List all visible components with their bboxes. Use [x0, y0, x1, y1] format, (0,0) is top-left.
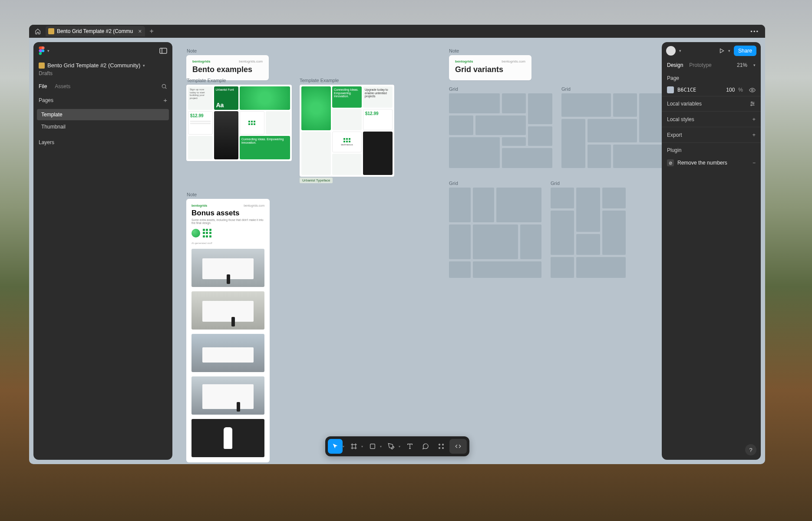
help-button[interactable]: ? — [745, 444, 756, 455]
panel-toggle-icon[interactable] — [159, 48, 167, 54]
text-tool[interactable] — [403, 439, 417, 454]
local-styles-row[interactable]: Local styles + — [662, 111, 761, 127]
page-color-opacity[interactable]: 100 — [726, 87, 735, 93]
search-icon[interactable] — [161, 83, 167, 89]
note-card-grid-variants[interactable]: bentogridsbentogrids.com Grid variants — [449, 55, 531, 80]
mockup-image — [191, 419, 264, 457]
svg-point-0 — [42, 49, 44, 52]
svg-point-20 — [439, 444, 440, 445]
home-button[interactable] — [32, 26, 44, 36]
overflow-menu-button[interactable]: ••• — [750, 28, 759, 35]
home-icon — [35, 28, 41, 34]
frame-label[interactable]: Note — [187, 192, 197, 197]
bento-preview-2[interactable]: Connecting Ideas. Empowering Innovation.… — [300, 85, 394, 177]
frame-label[interactable]: Grid — [551, 181, 560, 186]
settings-sliders-icon[interactable] — [749, 101, 756, 107]
svg-point-12 — [751, 105, 752, 106]
note-brand: bentogrids — [191, 204, 207, 207]
grid-variant-3[interactable] — [449, 188, 541, 278]
user-avatar[interactable] — [666, 46, 676, 56]
local-variables-row[interactable]: Local variables — [662, 96, 761, 111]
chevron-down-icon[interactable]: ▾ — [728, 49, 730, 53]
left-panel: ▾ Bento Grid Template #2 (Community) ▾ D… — [33, 42, 172, 460]
right-panel: ▾ ▾ Share Design Prototype 21% ▾ Page B6… — [662, 42, 761, 460]
plus-icon[interactable]: + — [752, 132, 756, 138]
page-item-thumbnail[interactable]: Thumbnail — [37, 121, 169, 132]
svg-marker-5 — [720, 49, 723, 53]
figma-logo-icon[interactable] — [39, 46, 46, 55]
page-color-row[interactable]: B6C1CE 100 % — [662, 84, 761, 96]
comment-tool[interactable] — [418, 439, 433, 454]
minus-icon[interactable]: − — [753, 160, 756, 166]
tab-file[interactable]: File — [39, 83, 47, 89]
tab-assets[interactable]: Assets — [55, 83, 70, 89]
frame-label[interactable]: Note — [187, 48, 197, 53]
grid-variant-4[interactable] — [551, 188, 626, 278]
note-site: bentogrids.com — [244, 204, 264, 207]
tab-close-button[interactable]: × — [138, 28, 142, 35]
chevron-down-icon[interactable]: ▾ — [753, 63, 756, 67]
file-title-row[interactable]: Bento Grid Template #2 (Community) ▾ — [39, 62, 167, 69]
chevron-down-icon[interactable]: ▾ — [343, 445, 344, 448]
move-tool[interactable] — [328, 439, 343, 454]
frame-label[interactable]: Grid — [561, 86, 571, 92]
document-tab[interactable]: Bento Grid Template #2 (Commu × — [46, 26, 145, 36]
layers-header: Layers — [33, 133, 172, 152]
plugin-row[interactable]: ⊘ Remove the numbers − — [662, 156, 761, 170]
page-item-template[interactable]: Template — [37, 109, 169, 120]
tab-prototype[interactable]: Prototype — [689, 62, 711, 68]
dev-mode-toggle[interactable] — [449, 439, 467, 454]
zoom-value[interactable]: 21% — [737, 62, 747, 68]
percent-label: % — [738, 87, 743, 93]
color-swatch[interactable] — [667, 86, 674, 93]
chevron-down-icon[interactable]: ▾ — [361, 445, 363, 448]
pages-header: Pages + — [33, 92, 172, 108]
frame-label[interactable]: Grid — [449, 181, 458, 186]
plugin-icon: ⊘ — [667, 159, 674, 166]
bonus-subtitle: Some extra assets, including those that … — [191, 218, 264, 224]
canvas[interactable]: Note bentogridsbentogrids.com Bento exam… — [177, 38, 665, 464]
chevron-down-icon[interactable]: ▾ — [679, 49, 681, 53]
chevron-down-icon[interactable]: ▾ — [399, 445, 400, 448]
svg-rect-1 — [160, 48, 167, 53]
tab-label: Bento Grid Template #2 (Commu — [57, 28, 133, 34]
page-color-hex[interactable]: B6C1CE — [677, 87, 723, 93]
chevron-down-icon[interactable]: ▾ — [380, 445, 382, 448]
grid-variant-1[interactable] — [449, 93, 552, 168]
svg-point-21 — [442, 444, 443, 445]
pen-tool[interactable] — [384, 439, 399, 454]
drafts-label[interactable]: Drafts — [39, 70, 167, 76]
frame-label[interactable]: Grid — [449, 86, 458, 92]
file-thumb-icon — [48, 28, 54, 34]
share-button[interactable]: Share — [734, 46, 756, 56]
titlebar: Bento Grid Template #2 (Commu × + ••• — [29, 25, 765, 38]
svg-point-22 — [439, 448, 440, 449]
bento-preview-1[interactable]: Sign up now today to start building your… — [186, 85, 292, 161]
visibility-toggle-icon[interactable] — [749, 87, 756, 93]
new-tab-button[interactable]: + — [149, 27, 153, 35]
svg-point-23 — [442, 448, 443, 449]
frame-label[interactable]: Template Example — [187, 78, 226, 83]
plus-icon[interactable]: + — [752, 116, 756, 122]
add-page-button[interactable]: + — [163, 96, 167, 104]
export-row[interactable]: Export + — [662, 127, 761, 142]
note-card-bento-examples[interactable]: bentogridsbentogrids.com Bento examples — [186, 55, 269, 80]
tab-design[interactable]: Design — [667, 62, 683, 68]
bonus-assets-card[interactable]: bentogridsbentogrids.com Bonus assets So… — [186, 199, 270, 462]
app-window: Bento Grid Template #2 (Commu × + ••• ▾ — [29, 25, 765, 464]
file-thumb-icon — [39, 63, 45, 69]
frame-label[interactable]: Template Example — [300, 78, 339, 83]
sphere-icon — [191, 229, 200, 237]
svg-point-11 — [753, 103, 754, 104]
svg-point-10 — [751, 102, 752, 102]
present-button[interactable] — [719, 48, 725, 54]
grid-variant-2[interactable] — [561, 93, 663, 168]
shape-tool[interactable] — [365, 439, 380, 454]
actions-tool[interactable] — [434, 439, 449, 454]
chevron-down-icon[interactable]: ▾ — [47, 49, 50, 53]
mockup-image — [191, 249, 264, 287]
frame-tool[interactable] — [347, 439, 361, 454]
frame-label[interactable]: Note — [449, 48, 459, 53]
note-brand: bentogrids — [192, 59, 210, 63]
note-site: bentogrids.com — [502, 59, 525, 63]
